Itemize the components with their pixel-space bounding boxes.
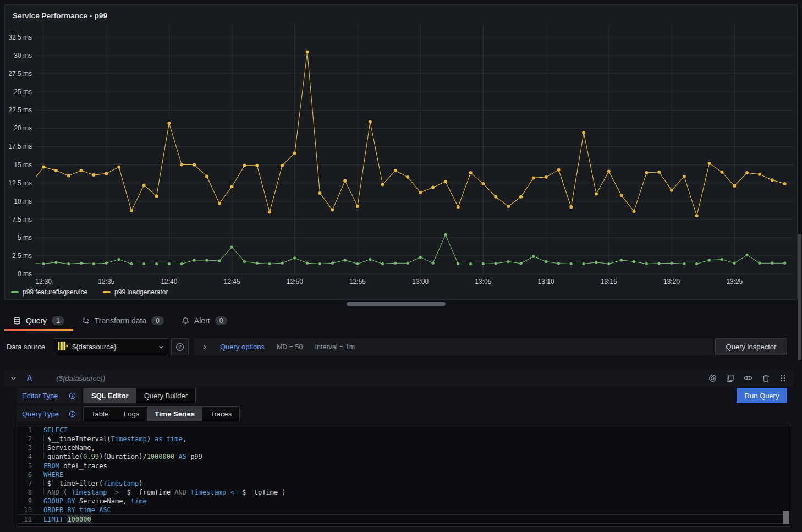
sql-line-content: ServiceName, <box>32 443 95 452</box>
y-tick-label: 10 ms <box>0 198 32 205</box>
query-type-field: Query Type <box>17 406 81 421</box>
tab-count-badge: 0 <box>215 316 228 325</box>
tab-label: Transform data <box>95 316 146 325</box>
query-type-option-time-series[interactable]: Time Series <box>147 406 202 421</box>
query-type-label: Query Type <box>22 410 59 418</box>
tab-alert[interactable]: Alert0 <box>173 311 236 331</box>
bell-icon <box>182 317 189 325</box>
sql-line-content: $__timeFilter(Timestamp) <box>32 479 142 488</box>
x-tick-label: 12:55 <box>340 278 375 286</box>
sql-line-2[interactable]: 2$__timeInterval(Timestamp) as time, <box>17 435 790 443</box>
info-circle-icon[interactable] <box>69 410 76 418</box>
line-number: 4 <box>17 452 32 461</box>
line-number: 8 <box>17 488 32 497</box>
database-icon <box>13 317 21 325</box>
record-icon[interactable] <box>707 373 718 383</box>
series-p99-loadgenerator <box>36 51 787 218</box>
query-datasource-hint: (${datasource}) <box>56 374 105 382</box>
sql-line-content: WHERE <box>32 470 63 479</box>
legend-series-color <box>11 291 19 293</box>
sql-code-editor[interactable]: 1SELECT2$__timeInterval(Timestamp) as ti… <box>17 424 790 527</box>
panel-title[interactable]: Service Performance - p99 <box>13 12 107 20</box>
tab-query[interactable]: Query1 <box>4 311 73 331</box>
sql-line-4[interactable]: 4quantile(0.99)(Duration)/1000000 AS p99 <box>17 452 790 461</box>
y-tick-label: 7.5 ms <box>0 216 32 223</box>
editor-type-option-sql-editor[interactable]: SQL Editor <box>84 388 136 403</box>
drag-handle-icon[interactable] <box>778 373 788 383</box>
info-circle-icon[interactable] <box>69 392 76 399</box>
query-options-strip: Query options MD = 50 Interval = 1m <box>194 338 713 355</box>
editor-type-group: SQL EditorQuery Builder <box>83 388 196 403</box>
sql-line-3[interactable]: 3ServiceName, <box>17 443 790 452</box>
y-tick-label: 25 ms <box>0 88 32 96</box>
x-tick-label: 12:35 <box>89 278 124 286</box>
line-number: 6 <box>17 470 32 479</box>
query-type-option-traces[interactable]: Traces <box>202 406 239 421</box>
sql-line-7[interactable]: 7$__timeFilter(Timestamp) <box>17 479 790 488</box>
line-number: 5 <box>17 462 32 470</box>
sql-line-content: ORDER BY time ASC <box>32 506 111 514</box>
line-number: 3 <box>17 443 32 452</box>
y-tick-label: 22.5 ms <box>0 106 32 114</box>
run-query-button[interactable]: Run Query <box>737 388 787 403</box>
chevron-right-icon[interactable] <box>201 344 208 350</box>
x-tick-label: 13:15 <box>591 278 627 286</box>
transform-icon <box>82 317 90 325</box>
legend-series-color <box>103 291 111 293</box>
copy-icon[interactable] <box>725 373 735 383</box>
sql-line-1[interactable]: 1SELECT <box>17 426 790 435</box>
sql-line-content: FROM otel_traces <box>32 462 107 470</box>
max-data-points-stat: MD = 50 <box>277 343 303 351</box>
editor-type-label: Editor Type <box>22 392 58 400</box>
eye-icon[interactable] <box>743 372 754 383</box>
line-number: 11 <box>17 515 32 523</box>
editor-type-option-query-builder[interactable]: Query Builder <box>136 388 195 403</box>
chevron-down-icon[interactable] <box>10 375 17 382</box>
vertical-scrollbar-thumb[interactable] <box>798 234 801 360</box>
query-type-option-table[interactable]: Table <box>84 406 116 421</box>
legend-series-label: p99 loadgenerator <box>114 288 168 296</box>
y-tick-label: 20 ms <box>0 124 32 132</box>
y-tick-label: 17.5 ms <box>0 142 32 150</box>
datasource-help-button[interactable] <box>171 338 189 355</box>
chart-legend: p99 featureflagservicep99 loadgenerator <box>11 288 168 296</box>
query-ref-id[interactable]: A <box>27 374 32 382</box>
query-options-toggle[interactable]: Query options <box>220 343 265 351</box>
tab-label: Query <box>26 316 47 325</box>
sql-line-content: LIMIT 100000 <box>32 515 91 523</box>
query-inspector-button[interactable]: Query inspector <box>715 338 787 355</box>
sql-line-8[interactable]: 8AND ( Timestamp >= $__fromTime AND Time… <box>17 488 790 497</box>
data-source-picker[interactable]: ${datasource} <box>53 338 169 355</box>
x-tick-label: 12:45 <box>215 278 250 286</box>
legend-item[interactable]: p99 loadgenerator <box>103 288 168 296</box>
tab-count-badge: 0 <box>151 316 164 325</box>
y-tick-label: 27.5 ms <box>0 70 32 78</box>
clickhouse-logo-icon <box>58 341 68 353</box>
editor-type-field: Editor Type <box>17 388 81 403</box>
tab-transform-data[interactable]: Transform data0 <box>73 311 173 331</box>
sql-line-5[interactable]: 5FROM otel_traces <box>17 462 790 470</box>
editor-scrollbar-thumb[interactable] <box>783 511 789 524</box>
trash-icon[interactable] <box>761 373 771 383</box>
query-type-option-logs[interactable]: Logs <box>116 406 147 421</box>
x-tick-label: 12:40 <box>151 278 186 286</box>
sql-line-9[interactable]: 9GROUP BY ServiceName, time <box>17 497 790 506</box>
horizontal-scrollbar-thumb[interactable] <box>347 302 446 306</box>
sql-line-6[interactable]: 6WHERE <box>17 470 790 479</box>
series-p99-featureflagservice <box>36 233 786 265</box>
x-tick-label: 12:50 <box>277 278 312 286</box>
x-tick-label: 13:10 <box>529 278 564 286</box>
legend-item[interactable]: p99 featureflagservice <box>11 288 87 296</box>
interval-stat: Interval = 1m <box>315 343 355 351</box>
query-type-group: TableLogsTime SeriesTraces <box>83 406 240 421</box>
tab-count-badge: 1 <box>52 316 64 325</box>
sql-line-10[interactable]: 10ORDER BY time ASC <box>17 506 790 514</box>
tab-label: Alert <box>194 316 210 325</box>
x-tick-label: 13:25 <box>717 278 752 286</box>
sql-line-11[interactable]: 11LIMIT 100000 <box>17 514 790 523</box>
line-number: 10 <box>17 506 32 514</box>
query-row-header[interactable]: A (${datasource}) <box>4 370 793 386</box>
sql-line-content: $__timeInterval(Timestamp) as time, <box>32 435 186 443</box>
chevron-down-icon <box>158 344 164 350</box>
timeseries-chart[interactable] <box>36 24 794 275</box>
